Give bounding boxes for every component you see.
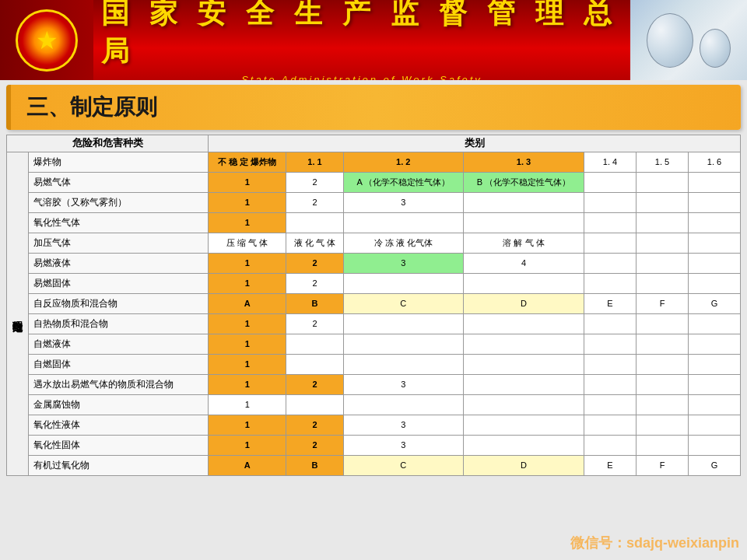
data-cell [688,212,740,233]
table-row: 金属腐蚀物1 [7,394,741,415]
data-cell: 3 [343,374,463,394]
row-name-cell: 氧化性固体 [29,435,209,455]
row-name-cell: 自燃固体 [29,354,209,374]
data-cell: 2 [286,192,343,212]
watermark-text: 微信号：sdajq-weixianpin [570,534,739,552]
data-cell: 1 [209,435,286,455]
organization-name-cn: 国 家 安 全 生 产 监 督 管 理 总 局 [101,0,622,71]
data-cell [688,374,740,394]
data-cell [584,192,637,212]
data-cell [637,273,689,293]
data-cell [286,212,343,233]
data-cell: 1. 4 [584,152,637,172]
data-cell [688,313,740,334]
data-cell [637,334,689,354]
row-name-cell: 易燃固体 [29,273,209,293]
table-header-row: 危险和危害种类 类别 [7,135,741,152]
data-cell: 2 [286,172,343,192]
data-cell [584,172,637,192]
data-cell [637,172,689,192]
data-cell [584,334,637,354]
page-header: ★ 国 家 安 全 生 产 监 督 管 理 总 局 State Administ… [0,0,747,80]
tank-small [700,29,731,68]
organization-name-en: State Administration of Work Safety [241,74,482,80]
data-cell [584,394,637,415]
data-cell: A （化学不稳定性气体） [343,172,463,192]
data-cell: F [637,293,689,313]
table-row: 氧化性气体1 [7,212,741,233]
data-cell [688,172,740,192]
data-cell: 1 [209,374,286,394]
data-cell: 1 [209,313,286,334]
data-cell: 3 [343,192,463,212]
data-cell: 2 [286,374,343,394]
data-cell [343,334,463,354]
data-cell: 1 [209,415,286,435]
tank-image [630,0,747,80]
classification-table: 危险和危害种类 类别 物理危险爆炸物不 稳 定 爆炸物1. 11. 21. 31… [6,135,741,476]
data-cell: 液 化 气 体 [286,233,343,253]
data-cell: 1 [209,354,286,374]
data-cell [286,394,343,415]
data-cell [286,334,343,354]
data-cell: A [209,293,286,313]
data-cell [688,233,740,253]
data-cell [463,415,584,435]
data-cell [584,374,637,394]
data-cell: A [209,455,286,475]
data-cell [637,253,689,273]
data-cell [343,212,463,233]
data-cell: 2 [286,415,343,435]
table-row: 氧化性固体123 [7,435,741,455]
data-cell [584,273,637,293]
data-cell [584,233,637,253]
data-cell [688,192,740,212]
data-cell [463,354,584,374]
data-cell: 1 [209,212,286,233]
data-cell [463,192,584,212]
data-cell: 1 [209,192,286,212]
data-cell: G [688,455,740,475]
row-name-cell: 气溶胶（又称气雾剂） [29,192,209,212]
row-name-cell: 自反应物质和混合物 [29,293,209,313]
table-row: 有机过氧化物ABCDEFG [7,455,741,475]
row-name-cell: 氧化性液体 [29,415,209,435]
data-cell [463,313,584,334]
data-cell: 1. 5 [637,152,689,172]
row-name-cell: 易燃气体 [29,172,209,192]
data-cell [637,354,689,374]
data-cell: E [584,293,637,313]
data-cell [343,313,463,334]
data-cell: 1. 2 [343,152,463,172]
data-cell [584,435,637,455]
table-row: 自燃固体1 [7,354,741,374]
data-cell [637,435,689,455]
data-cell [688,253,740,273]
table-row: 物理危险爆炸物不 稳 定 爆炸物1. 11. 21. 31. 41. 51. 6 [7,152,741,172]
row-name-cell: 自燃液体 [29,334,209,354]
data-cell [343,394,463,415]
data-cell [463,334,584,354]
data-cell: 1 [209,394,286,415]
data-cell: 2 [286,313,343,334]
data-cell: 3 [343,435,463,455]
data-cell: 2 [286,253,343,273]
header-title-area: 国 家 安 全 生 产 监 督 管 理 总 局 State Administra… [93,0,630,80]
data-cell: 1 [209,253,286,273]
data-cell: F [637,455,689,475]
data-cell: 溶 解 气 体 [463,233,584,253]
main-table-container: 危险和危害种类 类别 物理危险爆炸物不 稳 定 爆炸物1. 11. 21. 31… [6,135,741,476]
emblem-container: ★ [0,0,93,80]
data-cell: D [463,455,584,475]
data-cell [584,415,637,435]
data-cell: 压 缩 气 体 [209,233,286,253]
star-icon: ★ [36,26,58,55]
data-cell [688,415,740,435]
data-cell: 2 [286,273,343,293]
data-cell [584,253,637,273]
table-row: 易燃气体12A （化学不稳定性气体）B （化学不稳定性气体） [7,172,741,192]
data-cell [463,435,584,455]
data-cell: 3 [343,415,463,435]
data-cell [688,273,740,293]
section-title: 三、制定原则 [26,95,157,119]
